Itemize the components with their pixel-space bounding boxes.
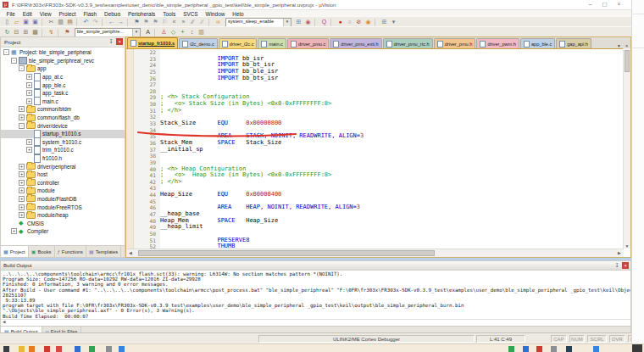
redo-icon[interactable]: ↷ — [91, 18, 100, 26]
taskbar-dark-icon[interactable] — [632, 344, 642, 352]
tree-item-app[interactable]: -app — [1, 64, 125, 73]
pin-icon[interactable]: ↧ — [613, 262, 620, 269]
file-tab-driver-i2c-c[interactable]: driver_i2c.c — [219, 38, 258, 48]
comment-icon[interactable]: ∕∕ — [188, 18, 197, 26]
tab-books[interactable]: ▣Books — [29, 246, 55, 257]
tray-red-icon[interactable] — [536, 346, 542, 352]
tree-item-module-freertos[interactable]: +module/FreeRTOS — [1, 203, 125, 211]
tab-templates[interactable]: ▤Templates — [86, 246, 121, 257]
file-tab-gap-api-h[interactable]: gap_api.h — [556, 38, 591, 48]
file-tab-main-c[interactable]: main.c — [258, 38, 286, 48]
tree-item-module-flashdb[interactable]: +module/FlashDB — [1, 195, 125, 204]
tree-item-trim-fr1010-c[interactable]: +trim_fr1010.c — [1, 146, 125, 154]
tab-project[interactable]: ▦Project — [1, 246, 29, 257]
uncomment-icon[interactable]: ∕∕ — [197, 18, 207, 26]
file-tab-driver-pmu-rtc-h[interactable]: driver_pmu_rtc.h — [383, 38, 433, 48]
scroll-left-icon[interactable]: ◀ — [3, 320, 5, 324]
close-button[interactable]: × — [612, 0, 626, 8]
insert-breakpoint-icon[interactable]: ● — [336, 18, 345, 26]
expand-icon[interactable]: + — [11, 228, 17, 234]
target-flag-icon[interactable]: ⚑ — [63, 28, 72, 36]
tree-item-module[interactable]: +module — [1, 187, 125, 195]
tree-item-compiler[interactable]: +◆Compiler — [1, 227, 125, 236]
expand-icon[interactable]: + — [26, 139, 32, 145]
expand-icon[interactable]: + — [26, 90, 32, 96]
unindent-icon[interactable]: « — [169, 18, 179, 26]
disable-breakpoint-icon[interactable]: ○ — [345, 18, 354, 26]
expand-icon[interactable]: + — [26, 147, 32, 153]
new-file-icon[interactable]: ▯ — [3, 18, 12, 26]
file-extensions-icon[interactable]: ◇ — [169, 28, 178, 36]
manage-rte-icon[interactable]: ♙ — [159, 28, 169, 36]
batch-build-icon[interactable]: ▩ — [31, 28, 40, 36]
file-tab-i2c-demo-c[interactable]: i2c_demo.c — [179, 38, 218, 48]
open-file-icon[interactable]: ▱ — [12, 18, 21, 26]
back-icon[interactable]: ← — [107, 18, 116, 26]
collapse-icon[interactable]: - — [3, 49, 9, 55]
tree-item-cmsis[interactable]: ◆CMSIS — [1, 219, 125, 227]
tree-item-main-c[interactable]: +main.c — [1, 98, 125, 106]
file-tab-driver-pwm-h[interactable]: driver_pwm.h — [476, 38, 519, 48]
editor-vscrollbar[interactable]: ▼ — [623, 48, 630, 249]
save-all-icon[interactable]: ▣ — [31, 18, 40, 26]
build-output-hscrollbar[interactable]: ◀ — [1, 319, 630, 326]
find-next-icon[interactable]: ⊞ — [294, 18, 303, 26]
copy-icon[interactable]: ▥ — [56, 18, 65, 26]
taskbar-app-red2-icon[interactable] — [56, 346, 62, 352]
undo-icon[interactable]: ↶ — [81, 18, 91, 26]
tree-item-ble-simple-periphreal-revc[interactable]: -ble_simple_periphreal_revc — [1, 57, 125, 65]
bookmark-clear-icon[interactable]: ⚐ — [160, 18, 169, 26]
expand-icon[interactable]: + — [19, 204, 25, 210]
taskbar-app-blue-icon[interactable] — [75, 346, 80, 352]
collapse-icon[interactable]: - — [11, 58, 17, 64]
tray-blue2-icon[interactable] — [593, 346, 599, 352]
file-tab-app-ble-c[interactable]: app_ble.c — [520, 38, 555, 48]
chevron-down-icon[interactable]: ▼ — [132, 29, 140, 36]
expand-icon[interactable]: + — [26, 98, 32, 104]
tree-item-controller[interactable]: +controller — [1, 179, 125, 187]
tree-item-startup-fr1010-s[interactable]: startup_fr1010.s — [1, 130, 125, 138]
minimize-button[interactable]: – — [583, 0, 597, 8]
sync-windows-icon[interactable]: ↕ — [187, 28, 197, 36]
maximize-button[interactable]: ▢ — [597, 0, 612, 8]
expand-icon[interactable]: + — [26, 82, 32, 88]
file-tab-driver-pmu-h[interactable]: driver_pmu.h — [434, 38, 476, 48]
taskbar-app-green-icon[interactable] — [89, 346, 95, 352]
taskbar-folder-icon[interactable] — [19, 346, 25, 352]
forward-icon[interactable]: → — [116, 18, 125, 26]
pin-icon[interactable]: ↧ — [108, 38, 114, 45]
tray-green-icon[interactable] — [508, 346, 514, 352]
tray-blue-icon[interactable] — [523, 346, 529, 352]
bookmark-next-icon[interactable]: ⚑ — [151, 18, 160, 26]
expand-icon[interactable]: + — [19, 164, 25, 170]
taskbar-app-blue2-icon[interactable] — [119, 346, 125, 352]
cut-icon[interactable]: ✂ — [47, 18, 56, 26]
enable-breakpoints-icon[interactable]: ◉ — [364, 18, 373, 26]
paste-icon[interactable]: ▤ — [65, 18, 75, 26]
close-panel-icon[interactable]: × — [622, 262, 629, 269]
file-tab-startup-fr1010-s[interactable]: startup_fr1010.s — [127, 37, 178, 48]
tree-item-driver-device[interactable]: -driver/device — [1, 121, 125, 130]
code-editor[interactable]: 2223 IMPORT bb_isr24 IMPORT bb_bt_isr25 … — [126, 49, 630, 251]
taskbar-app-orange-icon[interactable] — [29, 346, 35, 352]
expand-icon[interactable]: + — [19, 106, 25, 112]
debug-session-icon[interactable]: ◉ — [303, 18, 313, 26]
config-wizard-combo[interactable]: system_sleep_enable ▼ — [225, 18, 291, 27]
tree-item-app-at-c[interactable]: +app_at.c — [1, 73, 125, 81]
tree-item-system-fr1010-c[interactable]: +system_fr1010.c — [1, 138, 125, 147]
expand-icon[interactable]: + — [19, 171, 25, 177]
tree-item-driver-peripheral[interactable]: +driver/peripheral — [1, 162, 125, 170]
tree-item-project-ble-simple-peripheral[interactable]: -▦Project: ble_simple_peripheral — [1, 48, 125, 57]
tree-item-app-task-c[interactable]: +app_task.c — [1, 89, 125, 98]
indent-icon[interactable]: » — [179, 18, 188, 26]
close-panel-icon[interactable]: × — [116, 38, 123, 45]
collapse-icon[interactable]: - — [19, 65, 25, 71]
file-tab-driver-pmu-exti-h[interactable]: driver_pmu_exti.h — [330, 38, 381, 48]
build-icon[interactable]: ⊟ — [12, 28, 21, 36]
rebuild-icon[interactable]: ⊞ — [21, 28, 31, 36]
file-tab-driver-pmu-c[interactable]: driver_pmu.c — [287, 38, 329, 48]
tree-item-app-ble-c[interactable]: +app_ble.c — [1, 81, 125, 89]
start-button[interactable] — [3, 346, 9, 352]
tree-item-common-btdm[interactable]: +common/btdm — [1, 105, 125, 114]
tree-item-fr1010-h[interactable]: fr1010.h — [1, 154, 125, 163]
